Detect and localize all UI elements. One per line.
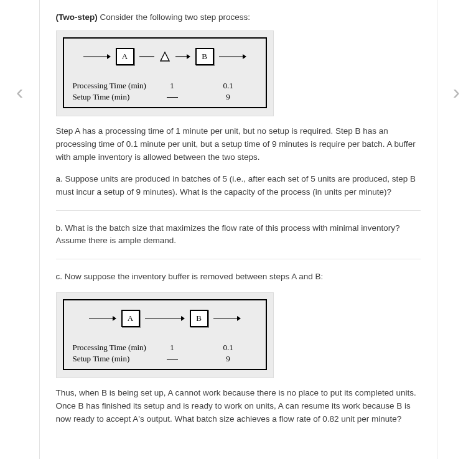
box-a-label: A [128,313,133,323]
box-b: B [195,48,214,65]
setup-time-a [154,92,191,102]
question-title: (Two-step) Consider the following two st… [56,11,421,24]
svg-marker-5 [187,54,190,59]
flow-row-1: A B [73,46,257,67]
dash-icon [167,359,178,360]
proc-time-b: 0.1 [210,343,247,353]
setup-time-label: Setup Time (min) [73,92,154,102]
title-rest: Consider the following two step process: [98,12,250,22]
box-b: B [190,310,208,327]
proc-time-label: Processing Time (min) [73,81,154,91]
paragraph-a: a. Suppose units are produced in batches… [56,173,421,199]
diagram-1: A B Processing Time (min) 1 0.1 Setup Ti… [56,30,274,116]
buffer-triangle-icon [159,51,170,62]
paragraph-b: b. What is the batch size that maximizes… [56,222,421,248]
arrow-buf-b-icon [175,53,190,60]
separator-2 [56,259,421,259]
dash-icon [167,97,178,98]
arrow-in-icon [83,53,111,60]
diagram-1-inner: A B Processing Time (min) 1 0.1 Setup Ti… [63,37,267,108]
arrow-a-buf-icon [139,53,154,60]
svg-marker-7 [243,54,246,59]
arrow-a-b-icon [145,315,185,322]
paragraph-c2: Thus, when B is being set up, A cannot w… [56,387,421,426]
svg-marker-3 [161,52,169,61]
diagram-2-inner: A B Processing Time (min) 1 0.1 Setup Ti… [63,299,267,370]
svg-marker-13 [237,316,241,321]
box-b-label: B [202,52,207,62]
setup-time-b: 9 [210,354,247,364]
svg-marker-9 [113,316,116,321]
arrow-in-icon [89,315,116,322]
chevron-right-icon[interactable]: › [453,81,460,102]
chevron-left-icon[interactable]: ‹ [16,81,23,102]
setup-time-b: 9 [210,92,247,102]
paragraph-c: c. Now suppose the inventory buffer is r… [56,271,421,284]
arrow-out-icon [219,53,246,60]
box-b-label: B [196,313,202,323]
proc-time-row: Processing Time (min) 1 0.1 [73,81,257,91]
svg-marker-1 [107,54,111,59]
diagram-2: A B Processing Time (min) 1 0.1 Setup Ti… [56,292,274,378]
title-bold: (Two-step) [56,12,98,22]
flow-row-2: A B [73,308,257,329]
setup-time-row: Setup Time (min) 9 [73,354,257,364]
separator-1 [56,210,421,211]
question-panel: (Two-step) Consider the following two st… [39,0,437,459]
proc-time-b: 0.1 [210,81,247,91]
proc-time-row: Processing Time (min) 1 0.1 [73,343,257,353]
paragraph-intro: Step A has a processing time of 1 minute… [56,125,421,164]
setup-time-row: Setup Time (min) 9 [73,92,257,102]
box-a: A [121,310,140,327]
proc-time-label: Processing Time (min) [73,343,154,353]
box-a-label: A [122,52,128,62]
proc-time-a: 1 [154,343,191,353]
svg-marker-11 [181,316,185,321]
page-root: ‹ › (Two-step) Consider the following tw… [0,0,476,459]
setup-time-label: Setup Time (min) [73,354,154,364]
setup-time-a [154,354,191,364]
arrow-out-icon [213,315,241,322]
proc-time-a: 1 [154,81,191,91]
box-a: A [116,48,134,65]
